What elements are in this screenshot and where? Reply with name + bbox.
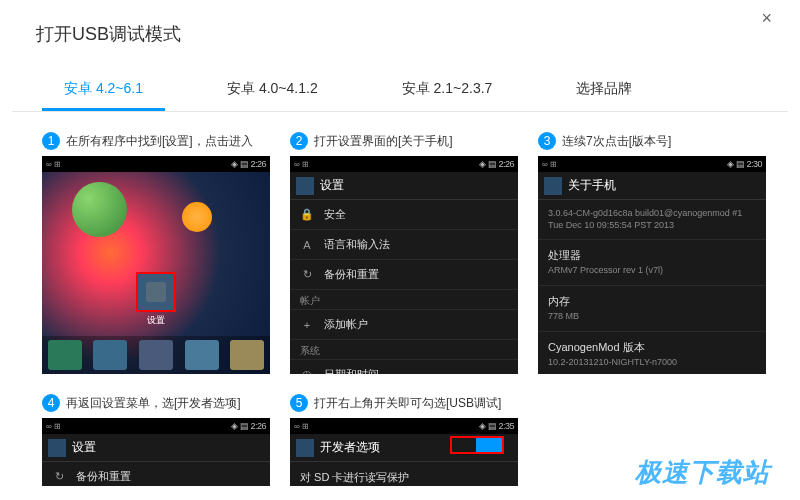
status-left: ∞ ⊞ xyxy=(294,422,309,431)
step-1: 1 在所有程序中找到[设置]，点击进入 ∞ ⊞◈ ▤ 2:26 设置 xyxy=(42,132,270,374)
step-text-4: 再返回设置菜单，选[开发者选项] xyxy=(66,395,241,412)
nav-browser-icon xyxy=(230,340,264,370)
nav-sms-icon xyxy=(185,340,219,370)
status-left: ∞ ⊞ xyxy=(46,160,61,169)
step-num-2: 2 xyxy=(290,132,308,150)
status-left: ∞ ⊞ xyxy=(294,160,309,169)
back-icon xyxy=(544,177,562,195)
mem-val: 778 MB xyxy=(548,311,756,323)
step-4: 4 再返回设置菜单，选[开发者选项] ∞ ⊞◈ ▤ 2:26 设置 ↻备份和重置 xyxy=(42,394,270,486)
row-backup: 备份和重置 xyxy=(76,469,131,484)
row-language: 语言和输入法 xyxy=(324,237,390,252)
close-icon[interactable]: × xyxy=(761,8,772,29)
panel-title: 设置 xyxy=(320,177,344,194)
back-icon xyxy=(48,439,66,457)
dialog-title: 打开USB调试模式 xyxy=(12,0,788,46)
panel-title-about: 关于手机 xyxy=(568,177,616,194)
section-accounts: 帐户 xyxy=(290,290,518,310)
row-security: 安全 xyxy=(324,207,346,222)
backup-icon: ↻ xyxy=(52,470,66,483)
step-text-3: 连续7次点击[版本号] xyxy=(562,133,671,150)
cm-val: 10.2-20131210-NIGHTLY-n7000 xyxy=(548,357,756,369)
row-datetime: 日期和时间 xyxy=(324,367,379,374)
status-time: ◈ ▤ 2:26 xyxy=(231,159,266,169)
watermark: 极速下载站 xyxy=(635,455,770,490)
tab-android-40-412[interactable]: 安卓 4.0~4.1.2 xyxy=(205,70,340,111)
cpu-label: 处理器 xyxy=(548,248,756,263)
dev-options-switch xyxy=(450,436,504,454)
language-icon: A xyxy=(300,239,314,251)
tab-select-brand[interactable]: 选择品牌 xyxy=(554,70,654,111)
step-text-2: 打开设置界面的[关于手机] xyxy=(314,133,453,150)
step-num-1: 1 xyxy=(42,132,60,150)
panel-title-dev: 开发者选项 xyxy=(320,439,380,456)
screenshot-4: ∞ ⊞◈ ▤ 2:26 设置 ↻备份和重置 xyxy=(42,418,270,486)
step-num-3: 3 xyxy=(538,132,556,150)
screenshot-1: ∞ ⊞◈ ▤ 2:26 设置 xyxy=(42,156,270,374)
clock-icon: ◷ xyxy=(300,368,314,374)
screenshot-3: ∞ ⊞◈ ▤ 2:30 关于手机 3.0.64-CM-g0d16c8a buil… xyxy=(538,156,766,374)
tab-android-42-61[interactable]: 安卓 4.2~6.1 xyxy=(42,70,165,111)
nav-contacts-icon xyxy=(93,340,127,370)
step-3: 3 连续7次点击[版本号] ∞ ⊞◈ ▤ 2:30 关于手机 3.0.64-CM… xyxy=(538,132,766,374)
tab-android-21-237[interactable]: 安卓 2.1~2.3.7 xyxy=(380,70,515,111)
status-left: ∞ ⊞ xyxy=(542,160,557,169)
screenshot-2: ∞ ⊞◈ ▤ 2:26 设置 🔒安全 A语言和输入法 ↻备份和重置 帐户 +添加… xyxy=(290,156,518,374)
status-left: ∞ ⊞ xyxy=(46,422,61,431)
step-num-5: 5 xyxy=(290,394,308,412)
cm-label: CyanogenMod 版本 xyxy=(548,340,756,355)
back-icon xyxy=(296,177,314,195)
step-num-4: 4 xyxy=(42,394,60,412)
screenshot-5: ∞ ⊞◈ ▤ 2:35 开发者选项 对 SD 卡进行读写保护应用必须申请读取 S… xyxy=(290,418,518,486)
step-2: 2 打开设置界面的[关于手机] ∞ ⊞◈ ▤ 2:26 设置 🔒安全 A语言和输… xyxy=(290,132,518,374)
step-text-1: 在所有程序中找到[设置]，点击进入 xyxy=(66,133,253,150)
backup-icon: ↻ xyxy=(300,268,314,281)
sd-protect-label: 对 SD 卡进行读写保护 xyxy=(300,470,508,485)
settings-app-icon xyxy=(136,272,176,312)
cpu-val: ARMv7 Processor rev 1 (v7l) xyxy=(548,265,756,277)
tabs: 安卓 4.2~6.1 安卓 4.0~4.1.2 安卓 2.1~2.3.7 选择品… xyxy=(12,70,788,112)
row-add-account: 添加帐户 xyxy=(324,317,368,332)
status-time: ◈ ▤ 2:26 xyxy=(479,159,514,169)
lock-icon: 🔒 xyxy=(300,208,314,221)
nav-phone-icon xyxy=(48,340,82,370)
step-text-5: 打开右上角开关即可勾选[USB调试] xyxy=(314,395,501,412)
panel-title-settings: 设置 xyxy=(72,439,96,456)
mem-label: 内存 xyxy=(548,294,756,309)
row-backup: 备份和重置 xyxy=(324,267,379,282)
back-icon xyxy=(296,439,314,457)
section-system: 系统 xyxy=(290,340,518,360)
status-time: ◈ ▤ 2:26 xyxy=(231,421,266,431)
step-5: 5 打开右上角开关即可勾选[USB调试] ∞ ⊞◈ ▤ 2:35 开发者选项 对… xyxy=(290,394,518,486)
status-time: ◈ ▤ 2:35 xyxy=(479,421,514,431)
kernel-info: 3.0.64-CM-g0d16c8a build01@cyanogenmod #… xyxy=(548,208,756,231)
add-icon: + xyxy=(300,319,314,331)
status-time: ◈ ▤ 2:30 xyxy=(727,159,762,169)
settings-app-label: 设置 xyxy=(136,314,176,327)
nav-apps-icon xyxy=(139,340,173,370)
